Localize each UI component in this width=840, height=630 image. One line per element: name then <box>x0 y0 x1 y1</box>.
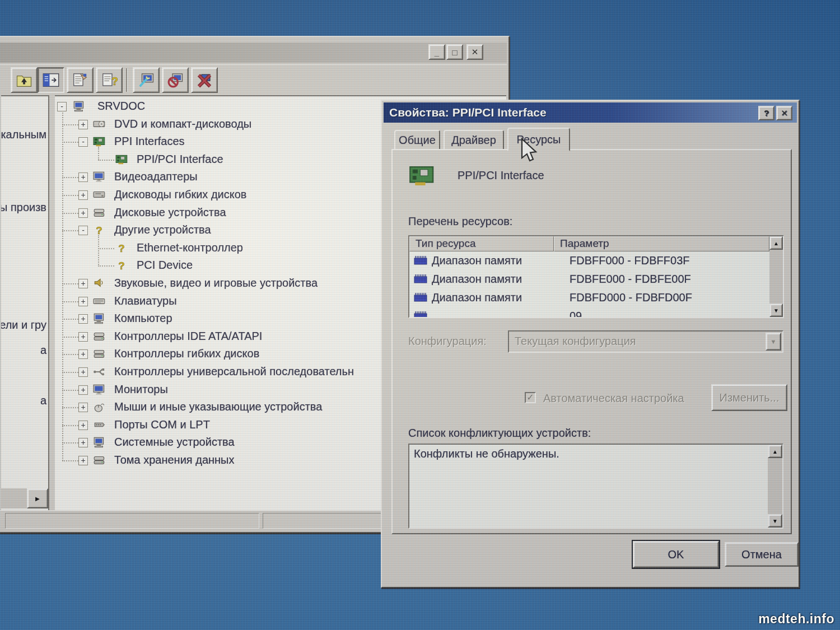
tree-item-label: DVD и компакт-дисководы <box>114 118 251 130</box>
disable-icon <box>167 72 184 88</box>
column-header-type[interactable]: Тип ресурса <box>409 236 554 251</box>
computer-icon <box>73 101 86 112</box>
tree-expand-toggle[interactable]: + <box>78 314 88 324</box>
tree-expand-toggle[interactable]: + <box>78 279 88 288</box>
tree-item-label: Тома хранения данных <box>114 454 234 466</box>
uninstall-icon <box>196 72 213 88</box>
resource-row[interactable]: Диапазон памяти FDBFE000 - FDBFE00F <box>409 270 757 289</box>
tree-expand-toggle[interactable]: + <box>78 120 88 129</box>
update-driver-icon <box>138 72 155 88</box>
resource-param: FDBFD000 - FDBFD00F <box>570 291 692 304</box>
close-button[interactable]: ✕ <box>466 44 483 60</box>
scroll-down-arrow[interactable]: ▼ <box>768 514 782 528</box>
resource-list[interactable]: Тип ресурса Параметр Диапазон памяти FDB… <box>408 235 784 318</box>
tree-expand-toggle[interactable]: + <box>78 456 88 465</box>
resource-row[interactable]: Диапазон памяти FDBFD000 - FDBFD00F <box>409 289 757 307</box>
scroll-up-arrow[interactable]: ▲ <box>769 236 783 250</box>
tree-item-label: PPI Interfaces <box>114 135 185 148</box>
tree-item-label: Контроллеры универсальной последовательн <box>114 365 354 378</box>
device-manager-titlebar[interactable]: _ □ ✕ <box>0 43 507 63</box>
dialog-titlebar[interactable]: Свойства: PPI/PCI Interface ? ✕ <box>384 102 797 123</box>
uninstall-device-button[interactable] <box>191 67 218 93</box>
help-button[interactable] <box>96 67 123 93</box>
tree-expand-toggle[interactable]: - <box>78 226 88 235</box>
device-pci-card-icon <box>409 164 437 188</box>
speaker-icon <box>93 278 106 289</box>
memory-chip-icon <box>413 255 428 266</box>
scroll-right-arrow[interactable]: ► <box>27 488 48 508</box>
tree-expand-toggle[interactable]: + <box>78 385 88 395</box>
resource-type: Диапазон памяти <box>432 291 522 304</box>
resource-row[interactable]: Диапазон памяти FDBFF000 - FDBFF03F <box>409 252 757 270</box>
tree-item-label: Клавиатуры <box>114 295 177 307</box>
resource-param: 09 <box>570 310 582 318</box>
tree-expand-toggle[interactable]: - <box>78 137 88 147</box>
tab-general[interactable]: Общие <box>394 130 440 150</box>
tree-expand-toggle[interactable]: + <box>78 208 88 218</box>
tree-expand-toggle[interactable]: + <box>78 332 88 342</box>
tree-expand-toggle[interactable]: + <box>78 403 88 412</box>
memory-chip-icon <box>413 274 428 284</box>
configuration-value: Текущая конфигурация <box>515 335 636 348</box>
properties-button[interactable] <box>67 67 94 93</box>
tree-expand-toggle[interactable]: + <box>78 297 88 306</box>
tree-expand-toggle[interactable]: + <box>78 421 88 430</box>
auto-config-checkbox[interactable]: ✓ <box>525 392 536 403</box>
dialog-help-button[interactable]: ? <box>758 106 774 120</box>
resource-type: Диапазон памяти <box>432 273 522 286</box>
question-icon <box>115 242 129 254</box>
tree-item-label: Компьютер <box>114 312 172 325</box>
mouse-icon <box>93 402 106 413</box>
configuration-combobox[interactable]: Текущая конфигурация ▼ <box>508 330 783 353</box>
port-icon <box>93 419 106 431</box>
status-cell <box>5 513 259 529</box>
tree-expand-toggle[interactable]: - <box>57 102 67 111</box>
maximize-button[interactable]: □ <box>446 44 463 60</box>
tree-expand-toggle[interactable]: + <box>78 172 88 182</box>
disk-drive-icon <box>93 348 106 360</box>
cancel-button-label: Отмена <box>741 548 782 561</box>
update-driver-button[interactable] <box>133 67 160 93</box>
tree-expand-toggle[interactable]: + <box>78 349 88 359</box>
ok-button[interactable]: OK <box>633 541 719 568</box>
help-doc-icon <box>101 72 118 88</box>
ok-button-label: OK <box>668 548 684 561</box>
tree-item-label: Дисководы гибких дисков <box>114 188 246 201</box>
tree-item-label: Контроллеры гибких дисков <box>114 347 259 360</box>
resource-list-scrollbar[interactable]: ▲ ▼ <box>769 236 783 317</box>
properties-dialog: Свойства: PPI/PCI Interface ? ✕ Общие Др… <box>381 100 800 588</box>
horizontal-scrollbar[interactable]: ► <box>1 488 48 508</box>
watermark: medteh.info <box>758 612 834 627</box>
question-icon <box>93 225 106 236</box>
column-header-param[interactable]: Параметр <box>554 236 769 251</box>
tree-expand-toggle[interactable]: + <box>78 367 88 377</box>
resource-row-partial[interactable]: 09 <box>409 307 757 318</box>
mouse-cursor <box>521 138 540 165</box>
minimize-button[interactable]: _ <box>428 44 445 60</box>
disable-device-button[interactable] <box>162 67 189 93</box>
show-console-tree-button[interactable] <box>38 67 64 93</box>
scroll-up-arrow[interactable]: ▲ <box>768 445 782 458</box>
scroll-down-arrow[interactable]: ▼ <box>769 304 783 317</box>
tree-expand-toggle[interactable]: + <box>78 438 88 447</box>
conflict-list[interactable]: Конфликты не обнаружены. ▲ ▼ <box>408 444 783 529</box>
console-tree-fragment: кальным <box>1 128 46 141</box>
tree-expand-toggle[interactable]: + <box>78 190 88 200</box>
computer-icon <box>93 313 106 324</box>
pci-card-icon <box>115 154 129 165</box>
tree-item-label: PPI/PCI Interface <box>137 153 223 166</box>
display-icon <box>93 171 106 183</box>
dialog-close-button[interactable]: ✕ <box>776 106 792 120</box>
memory-chip-icon <box>413 292 428 303</box>
tree-item-label: Мониторы <box>114 383 168 396</box>
chevron-down-icon[interactable]: ▼ <box>766 333 781 351</box>
tree-item-label: Видеоадаптеры <box>114 170 198 183</box>
properties-icon <box>72 72 88 88</box>
tab-driver[interactable]: Драйвер <box>444 130 504 150</box>
up-folder-icon <box>16 72 32 88</box>
change-button[interactable]: Изменить... <box>711 384 787 411</box>
cancel-button[interactable]: Отмена <box>725 542 799 567</box>
tree-item-label: PCI Device <box>137 259 193 272</box>
conflict-list-scrollbar[interactable]: ▲ ▼ <box>768 445 782 528</box>
up-one-level-button[interactable] <box>11 67 38 93</box>
